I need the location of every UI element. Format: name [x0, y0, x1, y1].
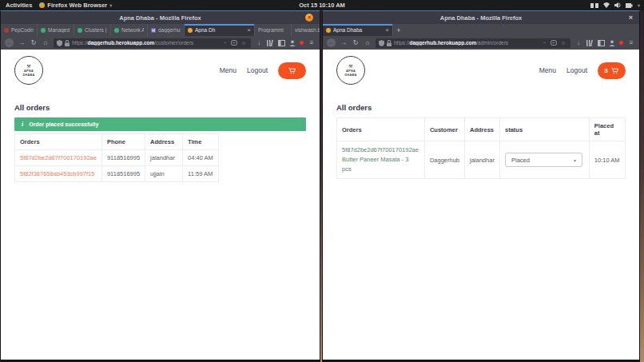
extension-red-icon[interactable] [619, 41, 623, 45]
order-id[interactable]: 5f87d2be2d67f700170192ae [342, 145, 419, 155]
customer-orders-page: ⚒ APNA DHABA Menu Logout All orders i Or… [1, 50, 320, 360]
library-icon[interactable] [267, 40, 274, 46]
green-dot-favicon [41, 28, 46, 33]
tab-label: Apna Dhaba [333, 27, 383, 33]
table-row: 5f82f387658ab453cb997f15 9118516995 ujja… [15, 166, 219, 182]
activities-button[interactable]: Activities [6, 2, 32, 9]
forward-button[interactable] [18, 38, 26, 47]
left-window-title: Apna Dhaba - Mozilla Firefox [119, 14, 201, 22]
crossed-utensils-icon: ⚒ [26, 64, 30, 70]
keyboard-layout-icon [590, 3, 598, 8]
cart-icon [610, 66, 619, 75]
right-navbar: https://daggerhub.herokuapp.com/admin/or… [323, 36, 639, 50]
account-icon[interactable] [289, 40, 296, 46]
app-menu-label: Firefox Web Browser [47, 2, 107, 9]
pocket-icon[interactable] [231, 40, 237, 46]
hamburger-menu-icon[interactable] [308, 38, 316, 47]
cart-button[interactable]: 3 [598, 62, 626, 79]
tab-vishwash[interactable]: vishwash.b [292, 24, 320, 36]
tab-daggerhub[interactable]: daggerhub [148, 24, 185, 36]
page-title: All orders [14, 103, 306, 112]
page-actions-icon[interactable] [540, 38, 548, 47]
green-dot-favicon [114, 28, 119, 33]
system-tray[interactable] [590, 0, 640, 10]
tab-apna-dhaba-active[interactable]: Apna Dh [185, 24, 255, 36]
sidebar-icon[interactable] [278, 40, 285, 46]
tab-pepcoding[interactable]: PepCoding [1, 24, 38, 36]
sidebar-icon[interactable] [598, 40, 605, 46]
apna-dhaba-favicon [326, 28, 331, 33]
menu-link[interactable]: Menu [539, 66, 556, 74]
tab-network[interactable]: Network Ac [111, 24, 148, 36]
cart-button[interactable] [278, 62, 306, 79]
hamburger-menu-icon[interactable] [627, 38, 635, 47]
order-id-link[interactable]: 5f82f387658ab453cb997f15 [20, 170, 94, 177]
phone-cell: 9118516995 [101, 150, 145, 166]
admin-orders-table: Orders Customer Address status Placed at… [336, 117, 626, 179]
order-id-link[interactable]: 5f87d2be2d67f700170192ae [20, 154, 97, 161]
bookmark-star-icon[interactable] [240, 38, 248, 47]
table-header-row: Orders Customer Address status Placed at [337, 118, 626, 141]
forward-button[interactable] [340, 38, 348, 47]
lock-icon [387, 40, 392, 46]
cart-icon [288, 66, 296, 75]
page-actions-icon[interactable] [221, 38, 229, 47]
right-window-title: Apna Dhaba - Mozilla Firefox [440, 14, 523, 22]
app-menu[interactable]: Firefox Web Browser [39, 2, 112, 9]
success-alert: i Order placed successfully [14, 117, 306, 131]
close-window-button[interactable]: × [629, 13, 633, 22]
logout-link[interactable]: Logout [247, 66, 268, 74]
tab-clusters[interactable]: Clusters | A [74, 24, 111, 36]
apna-dhaba-favicon [188, 28, 193, 33]
table-header-row: Orders Phone Address Time [15, 134, 219, 150]
reload-button[interactable] [30, 38, 38, 47]
tab-label: PepCoding [11, 27, 34, 33]
new-tab-button[interactable] [393, 24, 404, 36]
order-item: Butter Paneer Masala - 3 pcs [342, 155, 419, 174]
col-status: status [500, 118, 590, 141]
tab-close-icon[interactable] [247, 26, 251, 34]
left-titlebar[interactable]: Apna Dhaba - Mozilla Firefox × [1, 11, 320, 24]
pocket-icon[interactable] [551, 40, 557, 46]
green-dot-favicon [78, 28, 82, 33]
right-titlebar[interactable]: Apna Dhaba - Mozilla Firefox × [323, 11, 639, 24]
url-bar[interactable]: https://daggerhub.herokuapp.com/customer… [54, 38, 251, 48]
site-header: ⚒ APNA DHABA Menu Logout 3 [323, 50, 639, 85]
back-button[interactable] [327, 38, 336, 47]
close-window-button[interactable]: × [305, 14, 313, 22]
phone-cell: 9118516995 [101, 166, 145, 182]
apna-dhaba-logo[interactable]: ⚒ APNA DHABA [336, 56, 365, 85]
tab-close-icon[interactable] [385, 26, 389, 34]
chevron-down-icon [574, 157, 576, 164]
bookmark-star-icon[interactable] [559, 38, 567, 47]
tab-apna-dhaba-active[interactable]: Apna Dhaba [323, 24, 393, 36]
url-bar[interactable]: https://daggerhub.herokuapp.com/admin/or… [376, 38, 570, 48]
logout-link[interactable]: Logout [566, 66, 587, 74]
status-select[interactable]: Placed [505, 153, 582, 167]
col-orders: Orders [15, 134, 102, 150]
firefox-icon [39, 2, 45, 8]
extension-red-icon[interactable] [300, 41, 304, 45]
heroku-favicon [151, 28, 156, 33]
tray-chevron-icon [638, 2, 640, 9]
tab-programming[interactable]: Programmi [255, 24, 292, 36]
col-phone: Phone [101, 134, 145, 150]
url-text: https://daggerhub.herokuapp.com/customer… [72, 40, 218, 46]
table-row: 5f87d2be2d67f700170192ae Butter Paneer M… [337, 141, 626, 179]
menu-link[interactable]: Menu [220, 66, 237, 74]
downloads-button[interactable] [574, 38, 582, 47]
apna-dhaba-logo[interactable]: ⚒ APNA DHABA [14, 56, 43, 85]
account-icon[interactable] [609, 40, 615, 46]
downloads-button[interactable] [255, 38, 263, 47]
col-orders: Orders [337, 118, 425, 141]
volume-icon [614, 2, 621, 8]
back-button[interactable] [5, 38, 14, 47]
tab-managed[interactable]: Managed M [38, 24, 74, 36]
home-button[interactable] [42, 38, 50, 47]
reload-button[interactable] [352, 38, 360, 47]
crossed-utensils-icon: ⚒ [348, 64, 352, 70]
tab-label: Apna Dh [195, 27, 244, 33]
alert-text: Order placed successfully [29, 121, 98, 127]
home-button[interactable] [364, 38, 372, 47]
library-icon[interactable] [586, 40, 594, 46]
